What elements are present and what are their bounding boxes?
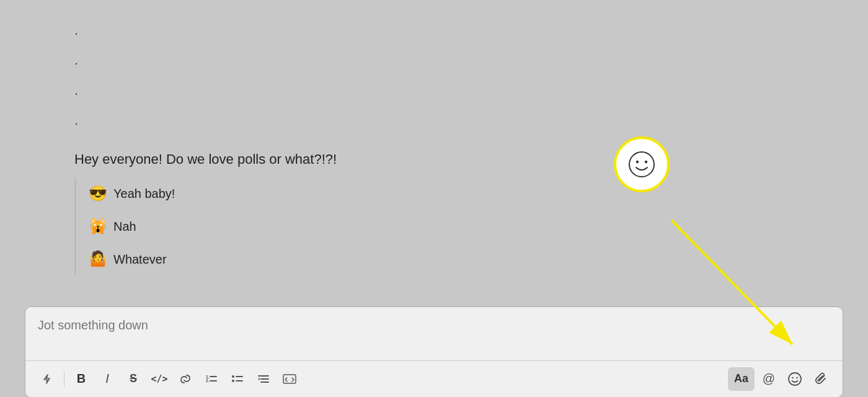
smiley-face-icon bbox=[628, 151, 655, 178]
strikethrough-button[interactable]: S bbox=[122, 367, 145, 391]
svg-point-18 bbox=[792, 377, 794, 379]
poll-option-3: 🤷 Whatever bbox=[89, 243, 794, 275]
svg-point-19 bbox=[796, 377, 798, 379]
poll-option-2: 🙀 Nah bbox=[89, 210, 794, 243]
poll-question: Hey everyone! Do we love polls or what?!… bbox=[74, 151, 794, 167]
svg-point-9 bbox=[232, 375, 234, 378]
poll-option-2-text: Nah bbox=[113, 213, 136, 240]
emoji-2: 🙀 bbox=[89, 210, 107, 243]
bold-button[interactable]: B bbox=[69, 367, 93, 391]
indent-button[interactable] bbox=[252, 367, 275, 391]
mention-label: @ bbox=[763, 372, 775, 386]
link-button[interactable] bbox=[174, 367, 197, 391]
code-block-button[interactable] bbox=[278, 367, 301, 391]
emoji-1: 😎 bbox=[89, 177, 107, 210]
editor-wrapper: B I S </> 1. 2. bbox=[25, 306, 843, 397]
inline-code-label: </> bbox=[151, 373, 167, 385]
emoji-callout-circle bbox=[614, 136, 670, 192]
svg-point-17 bbox=[789, 373, 801, 385]
svg-point-11 bbox=[232, 380, 234, 382]
separator-1 bbox=[64, 372, 64, 386]
emoji-picker-button[interactable] bbox=[783, 367, 807, 391]
aa-label: Aa bbox=[734, 372, 748, 385]
italic-label: I bbox=[105, 372, 109, 386]
font-size-button[interactable]: Aa bbox=[728, 367, 755, 391]
svg-point-1 bbox=[636, 161, 639, 163]
bullet-list-button[interactable] bbox=[226, 367, 249, 391]
dots-section: · · · · bbox=[74, 19, 794, 139]
mention-button[interactable]: @ bbox=[757, 367, 781, 391]
poll-options: 😎 Yeah baby! 🙀 Nah 🤷 Whatever bbox=[74, 177, 794, 275]
svg-text:2.: 2. bbox=[206, 378, 210, 383]
dot-2: · bbox=[74, 48, 794, 78]
bold-label: B bbox=[77, 372, 86, 386]
message-input[interactable] bbox=[25, 307, 843, 358]
dot-4: · bbox=[74, 109, 794, 138]
poll-option-3-text: Whatever bbox=[113, 246, 167, 273]
italic-button[interactable]: I bbox=[95, 367, 119, 391]
poll-option-1-text: Yeah baby! bbox=[113, 180, 175, 207]
svg-point-2 bbox=[645, 161, 647, 163]
svg-point-0 bbox=[629, 152, 654, 177]
attachment-button[interactable] bbox=[809, 367, 833, 391]
emoji-3: 🤷 bbox=[89, 243, 107, 275]
inline-code-button[interactable]: </> bbox=[148, 367, 171, 391]
dot-3: · bbox=[74, 79, 794, 109]
ordered-list-button[interactable]: 1. 2. bbox=[200, 367, 223, 391]
dot-1: · bbox=[74, 19, 794, 48]
strikethrough-label: S bbox=[130, 372, 137, 385]
lightning-button[interactable] bbox=[35, 367, 59, 391]
content-area: · · · · Hey everyone! Do we love polls o… bbox=[0, 0, 868, 306]
poll-option-1: 😎 Yeah baby! bbox=[89, 177, 794, 210]
toolbar: B I S </> 1. 2. bbox=[25, 360, 843, 397]
